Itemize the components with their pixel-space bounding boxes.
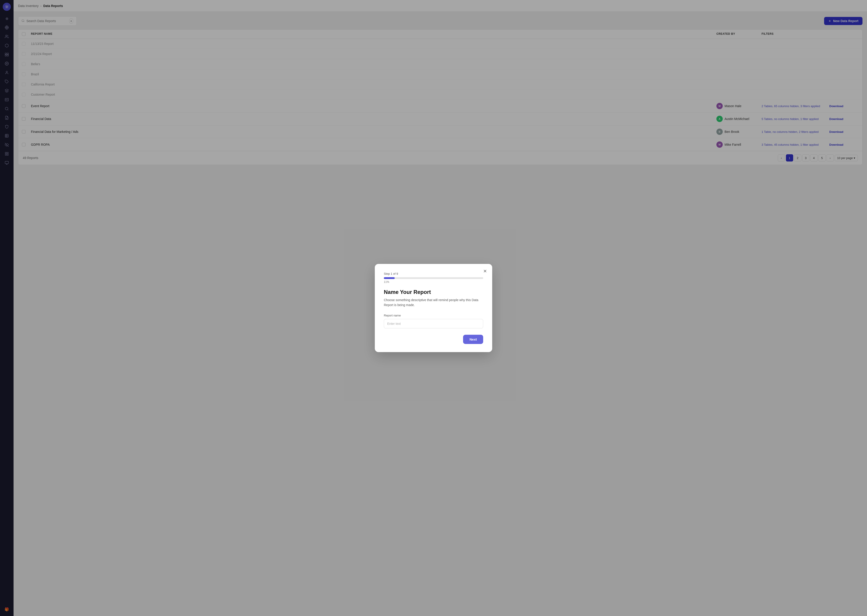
form-label: Report name	[384, 314, 483, 317]
step-label: Step 1 of 9	[384, 272, 483, 275]
progress-percent: 11%	[384, 280, 483, 283]
modal-close-button[interactable]: ✕	[481, 267, 489, 275]
modal-footer: Next	[384, 335, 483, 344]
modal-title: Name Your Report	[384, 289, 483, 295]
progress-bar-container	[384, 277, 483, 279]
next-button[interactable]: Next	[463, 335, 483, 344]
modal-description: Choose something descriptive that will r…	[384, 297, 483, 308]
modal-overlay[interactable]: ✕ Step 1 of 9 11% Name Your Report Choos…	[0, 0, 867, 616]
report-name-input[interactable]	[384, 319, 483, 328]
modal: ✕ Step 1 of 9 11% Name Your Report Choos…	[375, 264, 492, 352]
progress-bar-fill	[384, 277, 395, 279]
